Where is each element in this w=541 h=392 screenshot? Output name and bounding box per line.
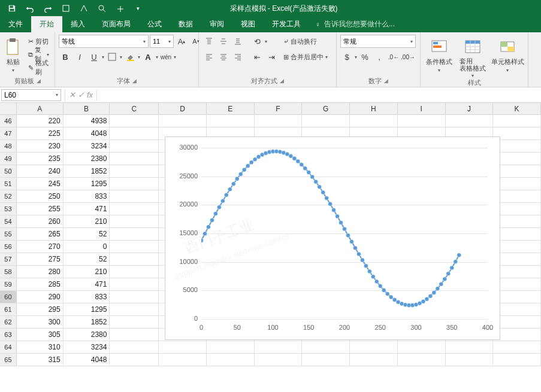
number-format-combo[interactable]: 常规▾ [340, 35, 416, 48]
cell[interactable]: 3234 [64, 140, 110, 152]
cell[interactable] [302, 354, 350, 366]
cell[interactable] [110, 203, 159, 215]
cell[interactable] [110, 190, 159, 202]
cell[interactable] [398, 115, 446, 127]
cell[interactable]: 1852 [64, 316, 110, 328]
col-header[interactable]: D [159, 103, 207, 114]
increase-decimal-button[interactable]: .0← [387, 50, 400, 63]
cell[interactable]: 280 [17, 266, 64, 278]
col-header[interactable]: H [350, 103, 398, 114]
tell-me-search[interactable]: ♀ 告诉我您想要做什么... [309, 16, 401, 32]
cell[interactable] [350, 354, 398, 366]
tab-开发工具[interactable]: 开发工具 [264, 16, 309, 32]
cell[interactable] [110, 278, 159, 290]
cell[interactable]: 230 [17, 140, 64, 152]
cell[interactable]: 52 [64, 228, 110, 240]
row-header[interactable]: 50 [0, 165, 17, 177]
cell[interactable] [493, 165, 541, 177]
select-all-corner[interactable] [0, 103, 17, 114]
cell[interactable]: 225 [17, 127, 64, 139]
enter-icon[interactable]: ✓ [78, 90, 84, 99]
cell[interactable]: 300 [17, 316, 64, 328]
cell[interactable] [493, 316, 541, 328]
cell[interactable]: 240 [17, 165, 64, 177]
cell[interactable] [110, 329, 159, 341]
tab-文件[interactable]: 文件 [0, 16, 31, 32]
cell[interactable] [493, 140, 541, 152]
cell[interactable]: 4938 [64, 115, 110, 127]
font-name-combo[interactable]: 等线▾ [59, 35, 149, 48]
cell[interactable] [493, 215, 541, 227]
bold-button[interactable]: B [59, 50, 72, 63]
cell[interactable] [302, 115, 350, 127]
increase-font-button[interactable]: A▴ [175, 35, 188, 48]
cell[interactable] [493, 341, 541, 353]
align-top-button[interactable] [203, 35, 216, 48]
cell[interactable]: 220 [17, 115, 64, 127]
cell[interactable] [398, 341, 446, 353]
cell[interactable] [110, 316, 159, 328]
cell[interactable]: 285 [17, 278, 64, 290]
cell[interactable] [255, 341, 303, 353]
cell[interactable]: 3234 [64, 341, 110, 353]
cell[interactable]: 290 [17, 291, 64, 303]
cell[interactable]: 1852 [64, 165, 110, 177]
qat-icon-6[interactable] [93, 1, 110, 16]
orientation-button[interactable]: ⟲ [250, 35, 264, 48]
redo-icon[interactable] [40, 1, 56, 16]
cell[interactable] [350, 115, 398, 127]
cell[interactable]: 833 [64, 190, 110, 202]
cell[interactable]: 310 [17, 341, 64, 353]
cell[interactable] [493, 354, 541, 366]
cell[interactable] [446, 341, 494, 353]
cell[interactable]: 210 [64, 266, 110, 278]
cell[interactable] [398, 354, 446, 366]
col-header[interactable]: E [207, 103, 255, 114]
cell[interactable] [255, 115, 303, 127]
row-header[interactable]: 63 [0, 329, 17, 341]
cell[interactable]: 270 [17, 241, 64, 253]
conditional-format-button[interactable]: 条件格式▾ [424, 35, 454, 73]
embedded-chart[interactable]: 西门子工业 support.industry.siemens.com/cs 05… [165, 136, 500, 340]
align-center-button[interactable] [217, 50, 230, 63]
cell[interactable] [446, 115, 494, 127]
cell[interactable] [159, 341, 207, 353]
cell[interactable]: 833 [64, 291, 110, 303]
underline-button[interactable]: U [87, 50, 101, 63]
row-header[interactable]: 57 [0, 253, 17, 265]
launcher-icon[interactable]: ◢ [280, 78, 284, 84]
row-header[interactable]: 47 [0, 127, 17, 139]
cell[interactable] [110, 303, 159, 315]
cell[interactable]: 0 [64, 241, 110, 253]
row-header[interactable]: 49 [0, 153, 17, 165]
qat-icon-7[interactable] [111, 1, 128, 16]
cell[interactable]: 4048 [64, 127, 110, 139]
cell[interactable] [493, 178, 541, 190]
cell[interactable]: 1295 [64, 178, 110, 190]
cell[interactable] [110, 341, 159, 353]
row-header[interactable]: 55 [0, 228, 17, 240]
row-header[interactable]: 62 [0, 316, 17, 328]
align-bottom-button[interactable] [231, 35, 244, 48]
cell[interactable]: 295 [17, 303, 64, 315]
cell[interactable] [207, 354, 255, 366]
launcher-icon[interactable]: ◢ [132, 78, 137, 84]
cell[interactable]: 471 [64, 278, 110, 290]
cell[interactable]: 260 [17, 215, 64, 227]
cell[interactable] [110, 215, 159, 227]
cell[interactable] [110, 165, 159, 177]
formula-input[interactable] [97, 89, 541, 101]
row-header[interactable]: 65 [0, 354, 17, 366]
cell[interactable]: 315 [17, 354, 64, 366]
qat-icon-4[interactable] [58, 1, 74, 16]
cell[interactable]: 305 [17, 329, 64, 341]
row-header[interactable]: 53 [0, 203, 17, 215]
row-header[interactable]: 48 [0, 140, 17, 152]
font-color-button[interactable]: A [141, 50, 155, 63]
tab-开始[interactable]: 开始 [31, 16, 62, 32]
col-header[interactable]: C [110, 103, 159, 114]
align-right-button[interactable] [231, 50, 244, 63]
cell[interactable]: 52 [64, 253, 110, 265]
cell[interactable] [110, 178, 159, 190]
decrease-decimal-button[interactable]: .00→ [401, 50, 415, 63]
